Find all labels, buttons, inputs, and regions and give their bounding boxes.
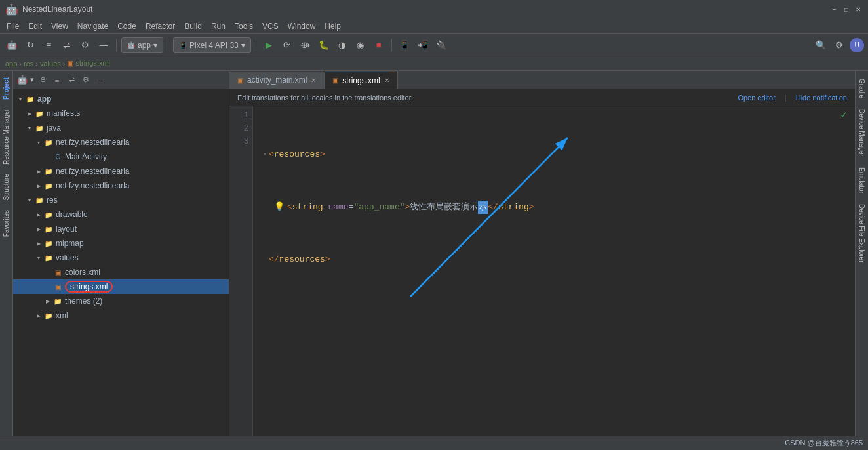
toggle-net2[interactable]: ▶ xyxy=(34,167,43,176)
favorites-tab[interactable]: Favorites xyxy=(1,206,11,241)
structure-tab[interactable]: Structure xyxy=(1,170,11,205)
menu-tools[interactable]: Tools xyxy=(231,20,257,32)
tree-item-layout[interactable]: ▶ 📁 layout xyxy=(13,222,229,236)
minimize-button[interactable]: − xyxy=(830,5,839,14)
punct-lt-2: < xyxy=(287,201,292,214)
code-line-3: ▾ </resources> xyxy=(261,253,847,266)
tree-item-manifests[interactable]: ▶ 📁 manifests xyxy=(13,106,229,121)
cursor-highlight: 示 xyxy=(478,201,488,214)
run-button[interactable]: ▶ xyxy=(261,37,277,53)
settings-button[interactable]: ⚙ xyxy=(77,37,93,53)
tree-item-mipmap[interactable]: ▶ 📁 mipmap xyxy=(13,236,229,251)
avd-button[interactable]: 📱 xyxy=(397,37,412,53)
fold-icon-1[interactable]: ▾ xyxy=(261,148,269,161)
device-manager-tab[interactable]: Device Manager xyxy=(857,104,867,162)
toggle-net3[interactable]: ▶ xyxy=(34,181,43,190)
code-editor[interactable]: 1 2 3 ▾ <resources> 💡 <string name="app_… xyxy=(229,106,855,436)
toggle-themes[interactable]: ▶ xyxy=(43,297,52,306)
panel-settings-button[interactable]: ⚙ xyxy=(80,74,92,86)
tree-item-colors[interactable]: ▶ ▣ colors.xml xyxy=(13,265,229,279)
toggle-manifests[interactable]: ▶ xyxy=(25,109,34,118)
tree-item-java[interactable]: ▾ 📁 java xyxy=(13,121,229,135)
menu-file[interactable]: File xyxy=(3,20,23,32)
lightbulb-icon[interactable]: 💡 xyxy=(274,201,285,214)
menu-view[interactable]: View xyxy=(47,20,72,32)
toggle-app[interactable]: ▾ xyxy=(16,94,25,104)
tree-item-themes[interactable]: ▶ 📁 themes (2) xyxy=(13,294,229,308)
toolbar-btn-5[interactable]: ◉ xyxy=(353,37,368,53)
separator-1 xyxy=(116,39,117,52)
open-editor-link[interactable]: Open editor xyxy=(738,94,775,102)
menu-window[interactable]: Window xyxy=(284,20,320,32)
breadcrumb-res[interactable]: res xyxy=(24,60,33,68)
plugin-button[interactable]: 🔌 xyxy=(433,37,449,53)
tab-strings[interactable]: ▣ strings.xml ✕ xyxy=(325,72,397,89)
tab-activity-main[interactable]: ▣ activity_main.xml ✕ xyxy=(229,72,325,89)
collapse-all-button[interactable]: ≡ xyxy=(51,74,63,86)
sync-button[interactable]: ↻ xyxy=(22,37,38,53)
toggle-drawable[interactable]: ▶ xyxy=(34,210,43,219)
maximize-button[interactable]: □ xyxy=(842,5,851,14)
breadcrumb-file[interactable]: ▣strings.xml xyxy=(67,59,110,68)
close-button[interactable]: ✕ xyxy=(854,5,863,14)
tree-item-strings[interactable]: ▶ ▣ strings.xml xyxy=(13,279,229,294)
profile-button[interactable]: ◑ xyxy=(334,37,350,53)
menu-refactor[interactable]: Refactor xyxy=(142,20,179,32)
toolbar-btn-3[interactable]: — xyxy=(96,37,111,53)
tree-item-net3[interactable]: ▶ 📁 net.fzy.nestedlinearla xyxy=(13,178,229,193)
app-module-dropdown[interactable]: 🤖 app ▾ xyxy=(121,37,163,53)
search-everywhere-button[interactable]: 🔍 xyxy=(813,37,829,53)
app-module-label: app xyxy=(138,41,151,50)
tree-item-net1[interactable]: ▾ 📁 net.fzy.nestedlinearla xyxy=(13,135,229,150)
settings-gear-button[interactable]: ⚙ xyxy=(831,37,847,53)
device-file-explorer-tab[interactable]: Device File Explorer xyxy=(857,199,867,268)
toolbar-btn-2[interactable]: ⇌ xyxy=(59,37,75,53)
locate-file-button[interactable]: ⊕ xyxy=(37,74,49,86)
toggle-res[interactable]: ▾ xyxy=(25,195,34,205)
project-tab[interactable]: Project xyxy=(1,73,11,104)
breadcrumb-values[interactable]: values xyxy=(40,60,61,68)
menu-run[interactable]: Run xyxy=(207,20,229,32)
notification-text: Edit translations for all locales in the… xyxy=(237,94,732,102)
sdk-manager-button[interactable]: 📲 xyxy=(415,37,431,53)
code-content[interactable]: ▾ <resources> 💡 <string name="app_name">… xyxy=(253,106,855,436)
tree-item-net2[interactable]: ▶ 📁 net.fzy.nestedlinearla xyxy=(13,164,229,178)
panel-minimize-button[interactable]: — xyxy=(94,74,106,86)
stop-button[interactable]: ■ xyxy=(371,37,387,53)
tree-item-res[interactable]: ▾ 📁 res xyxy=(13,193,229,207)
menu-help[interactable]: Help xyxy=(321,20,345,32)
android-sdk-button[interactable]: 🤖 xyxy=(4,37,20,53)
toggle-java[interactable]: ▾ xyxy=(25,123,34,133)
panel-more-button[interactable]: ⇌ xyxy=(66,74,77,86)
folder-icon-drawable: 📁 xyxy=(43,209,54,220)
refresh-button[interactable]: ⟳ xyxy=(279,37,295,53)
tree-item-drawable[interactable]: ▶ 📁 drawable xyxy=(13,207,229,222)
android-icon: 🤖 xyxy=(17,75,28,85)
tab-close-activity-main[interactable]: ✕ xyxy=(311,77,316,84)
tree-item-xml[interactable]: ▶ 📁 xml xyxy=(13,308,229,323)
tab-close-strings[interactable]: ✕ xyxy=(384,77,389,84)
resource-manager-tab[interactable]: Resource Manager xyxy=(1,105,11,169)
menu-navigate[interactable]: Navigate xyxy=(73,20,112,32)
toolbar-btn-1[interactable]: ≡ xyxy=(41,37,56,53)
menu-code[interactable]: Code xyxy=(113,20,140,32)
toolbar-btn-4[interactable]: ⟴ xyxy=(298,37,313,53)
tree-item-values[interactable]: ▾ 📁 values xyxy=(13,251,229,265)
profile-avatar[interactable]: U xyxy=(850,38,864,52)
breadcrumb-app[interactable]: app xyxy=(5,60,17,68)
menu-build[interactable]: Build xyxy=(180,20,206,32)
hide-notification-link[interactable]: Hide notification xyxy=(796,94,847,102)
debug-button[interactable]: 🐛 xyxy=(316,37,332,53)
tree-item-app[interactable]: ▾ 📁 app xyxy=(13,92,229,106)
menu-edit[interactable]: Edit xyxy=(24,20,46,32)
device-dropdown[interactable]: 📱 Pixel 4 API 33 ▾ xyxy=(173,37,251,53)
toggle-layout[interactable]: ▶ xyxy=(34,224,43,234)
toggle-mipmap[interactable]: ▶ xyxy=(34,239,43,248)
emulator-tab[interactable]: Emulator xyxy=(857,162,867,199)
gradle-tab[interactable]: Gradle xyxy=(857,73,867,104)
toggle-net1[interactable]: ▾ xyxy=(34,138,43,147)
toggle-xml[interactable]: ▶ xyxy=(34,311,43,320)
toggle-values[interactable]: ▾ xyxy=(34,253,43,262)
menu-vcs[interactable]: VCS xyxy=(258,20,283,32)
tree-item-mainactivity[interactable]: ▶ C MainActivity xyxy=(13,150,229,164)
